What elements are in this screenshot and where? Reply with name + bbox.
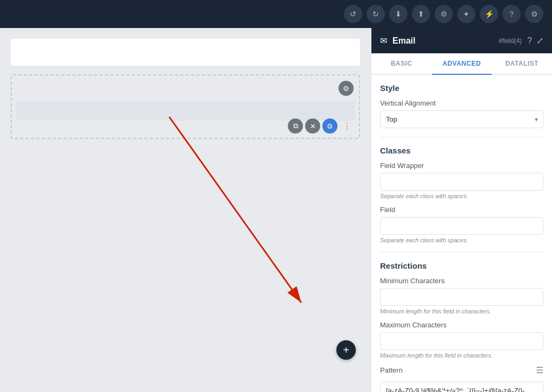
- panel-header: ✉ Email #field(4) ? ⤢: [371, 28, 552, 53]
- field-group[interactable]: ⚙ ⧉ ✕ ⚙ ⋮: [11, 74, 360, 139]
- copy-field-button[interactable]: ⧉: [288, 118, 303, 134]
- panel-help-icon[interactable]: ?: [527, 36, 532, 46]
- field-group-actions: ⧉ ✕ ⚙ ⋮: [288, 118, 355, 134]
- field-class-hint: Separate each class with spaces.: [380, 237, 543, 243]
- pattern-header: Pattern ☰: [380, 365, 543, 375]
- email-icon: ✉: [380, 36, 387, 46]
- canvas-area: ⚙ ⧉ ✕ ⚙ ⋮ +: [0, 28, 371, 392]
- field-wrapper-input[interactable]: [380, 173, 543, 191]
- min-chars-label: Minimum Characters: [380, 277, 543, 285]
- style-section-title: Style: [380, 83, 543, 93]
- field-class-label: Field: [380, 206, 543, 214]
- field-wrapper-hint: Separate each class with spaces.: [380, 193, 543, 199]
- restrictions-section-title: Restrictions: [380, 261, 543, 270]
- lightning-button[interactable]: ⚡: [480, 5, 498, 23]
- divider-2: [380, 252, 543, 253]
- download-button[interactable]: ⬇: [389, 5, 408, 23]
- max-chars-input[interactable]: [380, 332, 543, 350]
- add-field-button[interactable]: +: [336, 340, 356, 360]
- main-area: ⚙ ⧉ ✕ ⚙ ⋮ + ✉ Email #fie: [0, 28, 552, 392]
- more-options-button[interactable]: ⋮: [340, 118, 355, 134]
- field-container-top: [11, 39, 360, 66]
- tab-datalist[interactable]: DATALIST: [492, 53, 552, 74]
- pattern-input[interactable]: [380, 382, 543, 392]
- pattern-menu-icon[interactable]: ☰: [536, 365, 543, 375]
- max-chars-label: Maximum Characters: [380, 321, 543, 329]
- panel-content: Style Vertical Alignment Top Middle Bott…: [371, 75, 552, 392]
- min-chars-hint: Minimum length for this field in charact…: [380, 308, 543, 314]
- panel-tabs: BASIC ADVANCED DATALIST: [371, 53, 552, 75]
- undo-button[interactable]: ↺: [344, 5, 362, 23]
- panel-title: Email: [392, 36, 493, 46]
- min-chars-input[interactable]: [380, 288, 543, 306]
- vertical-alignment-select[interactable]: Top Middle Bottom: [380, 110, 543, 128]
- vertical-alignment-label: Vertical Alignment: [380, 99, 543, 107]
- toolbar: ↺ ↻ ⬇ ⬆ ⚙ ✦ ⚡ ? ⚙: [0, 0, 552, 28]
- panel-badge: #field(4): [499, 37, 522, 45]
- panel-header-icons: ? ⤢: [527, 36, 543, 46]
- tab-advanced[interactable]: ADVANCED: [432, 53, 492, 74]
- tab-basic[interactable]: BASIC: [371, 53, 432, 74]
- field-class-input[interactable]: [380, 217, 543, 235]
- plugin-button[interactable]: ✦: [457, 5, 475, 23]
- field-settings-icon[interactable]: ⚙: [339, 81, 354, 96]
- gear-button[interactable]: ⚙: [525, 5, 543, 23]
- field-wrapper-label: Field Wrapper: [380, 162, 543, 170]
- vertical-alignment-wrapper: Top Middle Bottom ▾: [380, 110, 543, 128]
- help-button[interactable]: ?: [502, 5, 521, 23]
- panel-expand-icon[interactable]: ⤢: [536, 36, 543, 46]
- upload-button[interactable]: ⬆: [412, 5, 430, 23]
- max-chars-hint: Maximum length for this field in charact…: [380, 352, 543, 359]
- settings-button[interactable]: ⚙: [434, 5, 453, 23]
- classes-section-title: Classes: [380, 146, 543, 155]
- pattern-label: Pattern: [380, 366, 403, 374]
- configure-field-button[interactable]: ⚙: [322, 118, 337, 134]
- right-panel: ✉ Email #field(4) ? ⤢ BASIC ADVANCED DAT…: [371, 28, 552, 392]
- svg-line-1: [169, 117, 301, 303]
- divider-1: [380, 137, 543, 137]
- email-field-preview: [16, 101, 355, 121]
- delete-field-button[interactable]: ✕: [305, 118, 320, 134]
- redo-button[interactable]: ↻: [367, 5, 385, 23]
